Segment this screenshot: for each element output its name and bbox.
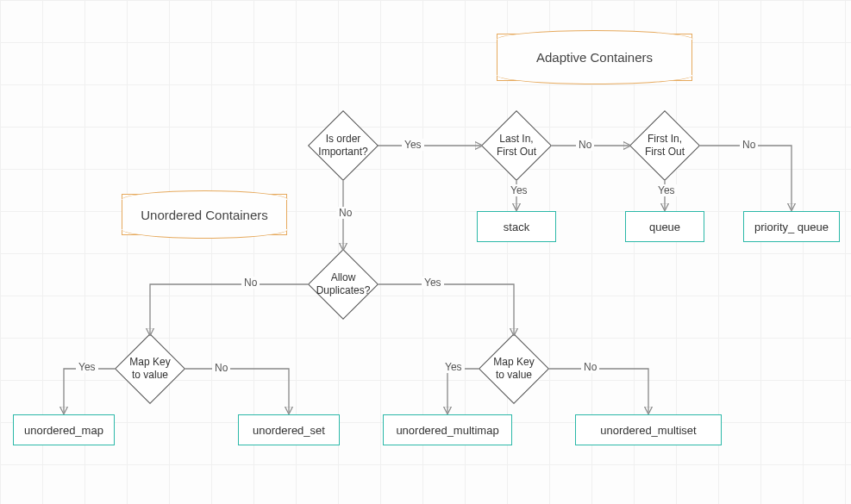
- result-unordered-set-text: unordered_set: [253, 424, 325, 437]
- flowchart-canvas[interactable]: Adaptive Containers Unordered Containers…: [0, 0, 851, 504]
- edge-label: Yes: [442, 361, 465, 373]
- edge-label: No: [740, 139, 758, 151]
- decision-duplicates: Allow Duplicates?: [318, 259, 368, 309]
- decision-map-right-text: Map Key to value: [489, 356, 539, 382]
- decision-lifo-text: Last In, First Out: [491, 133, 541, 159]
- banner-unordered-text: Unordered Containers: [141, 208, 268, 222]
- result-stack-text: stack: [504, 221, 529, 233]
- decision-is-order: Is order Important?: [318, 121, 368, 171]
- edge-label: Yes: [422, 277, 444, 289]
- banner-adaptive-text: Adaptive Containers: [536, 50, 653, 65]
- decision-map-left: Map Key to value: [125, 344, 175, 394]
- result-unordered-multimap: unordered_multimap: [383, 414, 512, 445]
- result-unordered-multiset-text: unordered_multiset: [600, 424, 696, 437]
- result-priority-queue: priority_ queue: [743, 211, 840, 242]
- result-unordered-map: unordered_map: [13, 414, 115, 445]
- edge-label: No: [336, 207, 354, 219]
- banner-unordered: Unordered Containers: [122, 194, 287, 235]
- edge-label: No: [581, 361, 599, 373]
- result-queue-text: queue: [649, 221, 680, 233]
- result-unordered-set: unordered_set: [238, 414, 340, 445]
- edge-label: Yes: [402, 139, 424, 151]
- banner-adaptive: Adaptive Containers: [497, 34, 692, 81]
- result-unordered-map-text: unordered_map: [24, 424, 103, 437]
- decision-fifo: First In, First Out: [640, 121, 690, 171]
- result-queue: queue: [625, 211, 704, 242]
- decision-map-right: Map Key to value: [489, 344, 539, 394]
- result-priority-queue-text: priority_ queue: [754, 221, 829, 233]
- edge-label: No: [241, 277, 260, 289]
- result-unordered-multiset: unordered_multiset: [575, 414, 722, 445]
- decision-lifo: Last In, First Out: [491, 121, 541, 171]
- decision-is-order-text: Is order Important?: [318, 133, 368, 159]
- edge-label: Yes: [655, 184, 678, 196]
- decision-fifo-text: First In, First Out: [640, 133, 690, 159]
- edge-label: No: [212, 362, 230, 374]
- result-unordered-multimap-text: unordered_multimap: [396, 424, 498, 437]
- decision-map-left-text: Map Key to value: [125, 356, 175, 382]
- decision-duplicates-text: Allow Duplicates?: [316, 271, 371, 297]
- result-stack: stack: [477, 211, 556, 242]
- edge-label: No: [576, 139, 594, 151]
- edge-label: Yes: [508, 184, 530, 196]
- edge-label: Yes: [76, 361, 98, 373]
